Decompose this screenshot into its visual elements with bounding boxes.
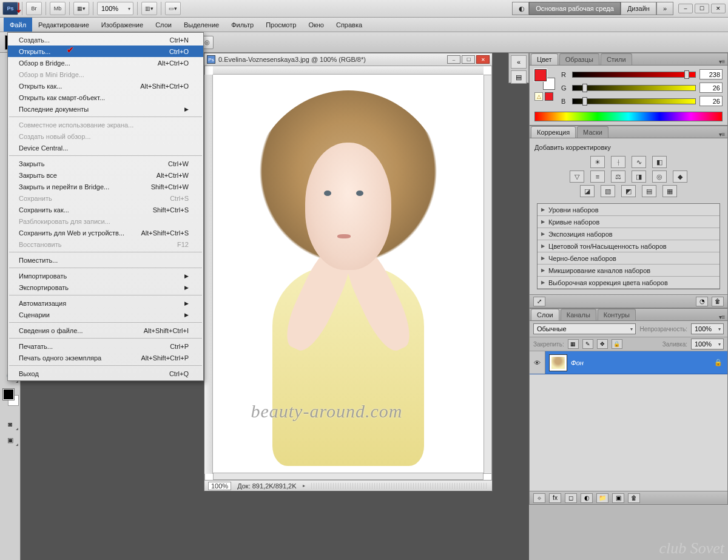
- scrollbar-vertical[interactable]: [484, 75, 492, 474]
- document-canvas[interactable]: beauty-around.com: [213, 75, 484, 474]
- posterize-icon[interactable]: ▧: [601, 185, 615, 197]
- file-menu-item[interactable]: Открыть...Ctrl+O: [8, 46, 203, 57]
- preset-row[interactable]: ▶Выборочная коррекция цвета наборов: [538, 277, 720, 289]
- menu-window[interactable]: Окно: [302, 18, 330, 32]
- gamut-swatch[interactable]: [545, 92, 553, 101]
- expand-icon[interactable]: ⤢: [533, 297, 545, 306]
- tab-paths[interactable]: Контуры: [598, 309, 636, 320]
- file-menu-item[interactable]: Сценарии▶: [8, 309, 203, 320]
- status-arrow-icon[interactable]: ▸: [303, 483, 305, 488]
- vibrance-icon[interactable]: ▽: [570, 170, 584, 183]
- lock-position-icon[interactable]: ✥: [597, 339, 608, 349]
- status-zoom[interactable]: 100%: [208, 482, 231, 490]
- selectivecolor-icon[interactable]: ▦: [662, 185, 677, 197]
- file-menu-item[interactable]: Сохранить для Web и устройств...Alt+Shif…: [8, 227, 203, 238]
- menu-image[interactable]: Изображение: [95, 18, 149, 32]
- close-button[interactable]: ✕: [711, 4, 726, 13]
- tab-swatches[interactable]: Образцы: [559, 53, 599, 65]
- foreground-swatch[interactable]: [3, 389, 14, 400]
- minibridge-button[interactable]: Mb: [50, 2, 66, 15]
- lock-pixels-icon[interactable]: ✎: [582, 339, 593, 349]
- colorbalance-icon[interactable]: ⚖: [611, 170, 625, 183]
- preset-list[interactable]: ▶Уровни наборов▶Кривые наборов▶Экспозици…: [537, 203, 720, 289]
- file-menu-item[interactable]: Печатать...Ctrl+P: [8, 340, 203, 352]
- menu-filter[interactable]: Фильтр: [225, 18, 260, 32]
- blend-mode-dropdown[interactable]: Обычные: [533, 323, 636, 334]
- menu-select[interactable]: Выделение: [178, 18, 225, 32]
- brightness-icon[interactable]: ☀: [590, 156, 605, 168]
- spectrum-bar[interactable]: [534, 112, 723, 121]
- screenmode-button[interactable]: ▣: [1, 433, 19, 447]
- preset-row[interactable]: ▶Экспозиция наборов: [538, 228, 720, 240]
- menu-layer[interactable]: Слои: [149, 18, 178, 32]
- menu-view[interactable]: Просмотр: [260, 18, 302, 32]
- color-fgbg[interactable]: [534, 69, 555, 90]
- file-menu-item[interactable]: Обзор в Bridge...Alt+Ctrl+O: [8, 57, 203, 69]
- lock-all-icon[interactable]: 🔒: [612, 339, 622, 349]
- threshold-icon[interactable]: ◩: [621, 185, 636, 197]
- link-layers-icon[interactable]: ⟐: [533, 493, 545, 503]
- document-titlebar[interactable]: Ps 0.Evelina-Voznesenskaya3.jpg @ 100% (…: [204, 53, 492, 66]
- doc-minimize[interactable]: –: [447, 55, 460, 64]
- file-menu-item[interactable]: Сохранить как...Shift+Ctrl+S: [8, 204, 203, 215]
- layer-opacity-input[interactable]: 100%: [691, 323, 724, 334]
- bridge-button[interactable]: Br: [26, 2, 42, 15]
- g-value[interactable]: 26: [699, 83, 723, 93]
- extras-dropdown[interactable]: ▦▾: [73, 2, 89, 15]
- tab-masks[interactable]: Маски: [577, 126, 608, 138]
- exposure-icon[interactable]: ◧: [652, 156, 667, 168]
- scrollbar-horizontal[interactable]: [213, 473, 484, 480]
- tab-layers[interactable]: Слои: [531, 309, 559, 320]
- dock-expand-icon[interactable]: «: [511, 55, 527, 69]
- preset-row[interactable]: ▶Черно-белое наборов: [538, 252, 720, 265]
- levels-icon[interactable]: ⟊: [611, 156, 625, 168]
- tab-channels[interactable]: Каналы: [561, 309, 596, 320]
- file-menu-item[interactable]: Открыть как...Alt+Shift+Ctrl+O: [8, 80, 203, 92]
- doc-maximize[interactable]: ☐: [462, 55, 475, 64]
- panel-menu-icon[interactable]: ▾≡: [716, 314, 727, 320]
- adjustment-layer-icon[interactable]: ◐: [581, 493, 593, 503]
- panel-menu-icon[interactable]: ▾≡: [716, 58, 727, 65]
- channelmixer-icon[interactable]: ◆: [673, 170, 687, 183]
- layer-fx-icon[interactable]: fx: [549, 493, 561, 503]
- file-menu-item[interactable]: Последние документы▶: [8, 103, 203, 115]
- menu-file[interactable]: Файл: [4, 18, 32, 32]
- visibility-icon[interactable]: 👁: [530, 351, 545, 374]
- preset-row[interactable]: ▶Микширование каналов наборов: [538, 265, 720, 277]
- photofilter-icon[interactable]: ◎: [652, 170, 667, 183]
- arrange-dropdown[interactable]: ▥▾: [141, 2, 157, 15]
- preset-row[interactable]: ▶Кривые наборов: [538, 216, 720, 228]
- lock-transparent-icon[interactable]: ▦: [568, 339, 579, 349]
- bw-icon[interactable]: ◨: [632, 170, 646, 183]
- workspace-design[interactable]: Дизайн: [621, 2, 656, 15]
- menu-help[interactable]: Справка: [330, 18, 368, 32]
- invert-icon[interactable]: ◪: [580, 185, 595, 197]
- maximize-button[interactable]: ☐: [695, 4, 709, 13]
- ruler-horizontal[interactable]: [213, 66, 484, 75]
- file-menu-item[interactable]: Открыть как смарт-объект...: [8, 92, 203, 103]
- new-layer-icon[interactable]: ▣: [612, 493, 624, 503]
- quickmask-button[interactable]: ◙: [1, 417, 19, 431]
- preset-row[interactable]: ▶Цветовой тон/Насыщенность наборов: [538, 240, 720, 252]
- huesat-icon[interactable]: ≡: [590, 170, 605, 183]
- gamut-warning-icon[interactable]: △: [534, 92, 543, 101]
- file-menu-item[interactable]: Device Central...: [8, 142, 203, 153]
- layer-thumbnail[interactable]: [549, 354, 567, 371]
- b-slider[interactable]: [572, 98, 696, 104]
- clip-icon[interactable]: ◔: [696, 297, 708, 306]
- gradientmap-icon[interactable]: ▤: [642, 185, 656, 197]
- file-menu-item[interactable]: Создать...Ctrl+N: [8, 34, 203, 46]
- tab-styles[interactable]: Стили: [601, 53, 632, 65]
- file-menu-item[interactable]: Поместить...: [8, 254, 203, 266]
- fill-input[interactable]: 100%: [691, 339, 724, 349]
- tab-adjustments[interactable]: Коррекция: [531, 126, 576, 138]
- layer-row-background[interactable]: 👁 Фон 🔒: [530, 351, 727, 374]
- panel-menu-icon[interactable]: ▾≡: [716, 131, 727, 138]
- file-menu-item[interactable]: Автоматизация▶: [8, 297, 203, 309]
- trash-icon[interactable]: 🗑: [712, 297, 724, 306]
- color-swatches[interactable]: [0, 389, 20, 413]
- file-menu-item[interactable]: Импортировать▶: [8, 270, 203, 282]
- file-menu-item[interactable]: Печать одного экземпляраAlt+Shift+Ctrl+P: [8, 352, 203, 363]
- workspace-more[interactable]: »: [656, 2, 673, 15]
- g-slider[interactable]: [572, 85, 696, 91]
